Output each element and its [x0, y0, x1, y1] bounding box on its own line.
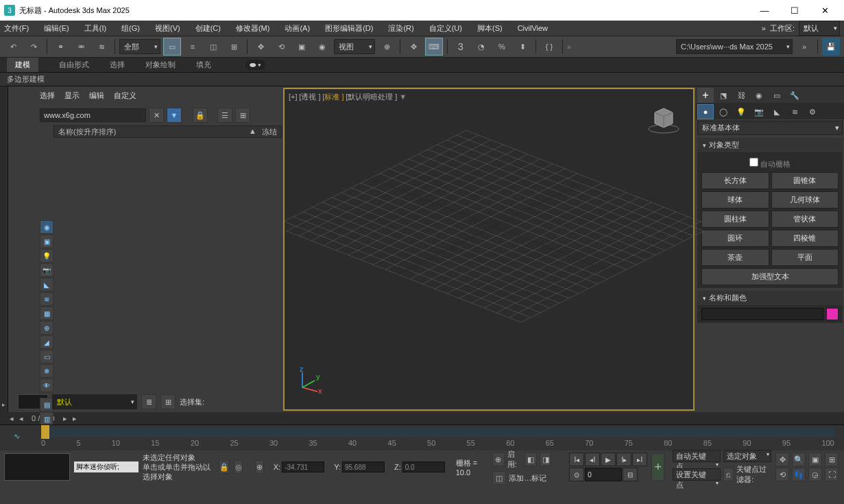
lock-icon[interactable]: 🔒 — [193, 108, 208, 123]
add-tag-label[interactable]: 添加…标记 — [509, 473, 546, 483]
rollout-head-name[interactable]: 名称和颜色 — [697, 291, 843, 305]
tab-hierarchy[interactable]: ⛓ — [733, 88, 749, 103]
nav-walk-button[interactable]: 👣 — [792, 468, 806, 481]
filter-container-icon[interactable]: ▭ — [40, 350, 53, 363]
autokey-button[interactable]: 自动关键点 — [673, 450, 721, 462]
timeline-track[interactable] — [41, 428, 834, 437]
minimize-button[interactable]: — — [749, 0, 780, 21]
time-prev-icon[interactable]: ◂ — [7, 414, 16, 423]
percent-snap-button[interactable]: % — [493, 38, 511, 56]
select-move-button[interactable]: ✥ — [252, 38, 269, 56]
cat-shapes-icon[interactable]: ◯ — [715, 104, 732, 119]
use-pivot-button[interactable]: ⊕ — [378, 38, 396, 56]
ribbon-tab-selection[interactable]: 选择 — [110, 60, 125, 70]
ribbon-tab-modeling[interactable]: 建模 — [7, 58, 38, 72]
filter-group-icon[interactable]: ▦ — [40, 307, 53, 320]
color-swatch[interactable] — [826, 308, 839, 320]
filter-xref-icon[interactable]: ⊕ — [40, 321, 53, 335]
filter-bone-icon[interactable]: ◢ — [40, 335, 53, 349]
select-scale-button[interactable]: ▣ — [293, 38, 311, 56]
named-selection-button[interactable]: { } — [540, 38, 558, 56]
bind-spacewarp-button[interactable]: ≋ — [93, 38, 110, 56]
filter-all-icon[interactable]: ◉ — [40, 220, 53, 234]
filter-opt1-icon[interactable]: ▤ — [40, 398, 53, 411]
menu-edit[interactable]: 编辑(E) — [44, 23, 69, 34]
select-rect-button[interactable]: ◫ — [204, 38, 222, 56]
btn-cone[interactable]: 圆锥体 — [771, 172, 839, 189]
time-prev2-icon[interactable]: ◂ — [16, 414, 26, 423]
refcoord-dropdown[interactable]: 视图 — [334, 39, 375, 54]
nav-zoom-button[interactable]: 🔍 — [792, 453, 806, 466]
cat-lights-icon[interactable]: 💡 — [733, 104, 749, 119]
nav-maximize-button[interactable]: ⛶ — [825, 468, 839, 481]
mini-preview[interactable] — [4, 453, 70, 481]
redo-button[interactable]: ↷ — [25, 38, 43, 56]
keytarget-dropdown[interactable]: 选定对象 — [723, 450, 771, 462]
explorer-icon[interactable]: ⊞ — [160, 394, 176, 409]
cat-cameras-icon[interactable]: 📷 — [751, 104, 767, 119]
nav-zoomall-button[interactable]: ⊞ — [825, 453, 839, 466]
time-next2-icon[interactable]: ▸ — [70, 414, 80, 423]
nav-fov-button[interactable]: ▣ — [808, 453, 822, 466]
column-name[interactable]: 名称(按升序排序) ▲ — [58, 127, 262, 137]
close-button[interactable]: ✕ — [810, 0, 840, 21]
goto-start-button[interactable]: I◂ — [569, 453, 584, 466]
cat-helpers-icon[interactable]: ◣ — [769, 104, 785, 119]
next-frame-button[interactable]: I▸ — [616, 453, 631, 466]
angle-snap-button[interactable]: ◔ — [472, 38, 490, 56]
btn-torus[interactable]: 圆环 — [701, 230, 769, 247]
filter-frozen-icon[interactable]: ❄ — [40, 364, 53, 378]
autogrid-checkbox[interactable] — [749, 158, 758, 167]
expand-strip-button[interactable]: ▸ — [2, 401, 5, 408]
view-list-button[interactable]: ☰ — [217, 108, 232, 123]
select-manipulate-button[interactable]: ✥ — [405, 38, 422, 56]
timeline-cursor[interactable] — [41, 425, 49, 439]
filter-icon[interactable]: ▼ — [399, 93, 407, 101]
menu-group[interactable]: 组(G) — [121, 23, 140, 34]
play-button[interactable]: ▶ — [601, 453, 616, 466]
workspace-dropdown[interactable]: 默认 — [799, 21, 840, 36]
snap-toggle-button[interactable]: 3 — [452, 38, 470, 56]
filter-light-icon[interactable]: 💡 — [40, 249, 53, 263]
tab-display[interactable]: ▭ — [769, 88, 785, 103]
set-key-big-button[interactable]: + — [651, 453, 664, 481]
prev-frame-button[interactable]: ◂I — [585, 453, 600, 466]
explorer-tab-select[interactable]: 选择 — [40, 91, 55, 101]
project-path-dropdown[interactable]: C:\Users\ww···ds Max 2025 — [676, 39, 793, 54]
mini-listener[interactable]: 脚本迷你侦听; — [74, 461, 138, 472]
nav-orbit-button[interactable]: ⟲ — [775, 468, 789, 481]
timeline[interactable]: ∿ 05101520253035404550556065707580859095… — [0, 424, 844, 451]
btn-tube[interactable]: 管状体 — [771, 211, 839, 228]
menu-render[interactable]: 渲染(R) — [388, 23, 413, 34]
select-object-button[interactable]: ▭ — [163, 38, 181, 56]
tab-motion[interactable]: ◉ — [751, 88, 767, 103]
layers-icon[interactable]: ≣ — [141, 394, 156, 409]
filter-helper-icon[interactable]: ◣ — [40, 278, 53, 291]
btn-box[interactable]: 长方体 — [701, 172, 769, 189]
current-frame-input[interactable] — [585, 468, 622, 481]
tab-modify[interactable]: ⬔ — [715, 88, 732, 103]
cat-spacewarps-icon[interactable]: ≋ — [786, 104, 803, 119]
btn-teapot[interactable]: 茶壶 — [701, 249, 769, 266]
filter-toggle-button[interactable]: ▼ — [167, 108, 182, 123]
ribbon-toggle-icon[interactable]: ⬬ ▾ — [245, 60, 265, 70]
window-crossing-button[interactable]: ⊞ — [225, 38, 243, 56]
btn-cylinder[interactable]: 圆柱体 — [701, 211, 769, 228]
filter-camera-icon[interactable]: 📷 — [40, 263, 53, 277]
menu-file[interactable]: 文件(F) — [4, 23, 29, 34]
layer-dropdown[interactable]: 默认 — [52, 394, 137, 409]
menu-graph[interactable]: 图形编辑器(D) — [325, 23, 373, 34]
cat-systems-icon[interactable]: ⚙ — [804, 104, 821, 119]
isolate-button[interactable]: ◎ — [234, 460, 243, 474]
coord-x-input[interactable] — [282, 461, 324, 472]
time-config-button[interactable]: ⊟ — [623, 468, 638, 481]
viewport-label[interactable]: [+] [透视 ] [标准 ] [默认明暗处理 ] ▼ — [289, 92, 407, 102]
btn-textplus[interactable]: 加强型文本 — [701, 268, 839, 285]
btn-plane[interactable]: 平面 — [771, 249, 839, 266]
view-tree-button[interactable]: ⊞ — [235, 108, 250, 123]
select-place-button[interactable]: ◉ — [313, 38, 331, 56]
clear-search-button[interactable]: ✕ — [149, 108, 164, 123]
viewport-perspective[interactable]: [+] [透视 ] [标准 ] [默认明暗处理 ] ▼ zyx — [283, 88, 695, 411]
keyfilter-label[interactable]: 关键点过滤器: — [736, 464, 771, 485]
goto-end-button[interactable]: ▸I — [632, 453, 647, 466]
